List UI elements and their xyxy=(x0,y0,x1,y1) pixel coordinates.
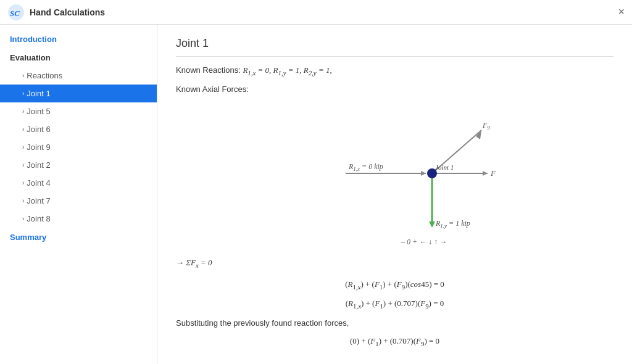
svg-text:F: F xyxy=(490,168,496,178)
joint5-label: Joint 5 xyxy=(27,107,50,116)
svg-text:F9: F9 xyxy=(482,121,490,131)
reactions-label: Reactions xyxy=(27,71,62,80)
known-axial-forces-text: Known Axial Forces: xyxy=(176,83,613,96)
chevron-right-icon-j2: › xyxy=(22,162,24,168)
svg-text:R1,y = 1 kip: R1,y = 1 kip xyxy=(435,219,470,229)
sidebar-item-joint8[interactable]: › Joint 8 xyxy=(0,210,157,228)
known-reactions-values: R1,x = 0, R1,y = 1, R2,y = 1, xyxy=(243,65,331,75)
chevron-right-icon-j9: › xyxy=(22,144,24,151)
sidebar-item-joint9[interactable]: › Joint 9 xyxy=(0,138,157,156)
force-diagram: R1,x = 0 kip F F9 R1,y = 1 kip xyxy=(176,102,613,250)
sidebar-item-joint1[interactable]: › Joint 1 xyxy=(0,85,157,102)
sidebar-item-joint5[interactable]: › Joint 5 xyxy=(0,102,157,120)
joint9-label: Joint 9 xyxy=(27,143,50,152)
close-button[interactable]: × xyxy=(618,6,625,19)
sum-fx-label: → ΣFx = 0 xyxy=(176,257,613,271)
logo-icon: SC xyxy=(7,4,25,21)
chevron-right-icon-j7: › xyxy=(22,197,24,204)
known-reactions-text: Known Reactions: R1,x = 0, R1,y = 1, R2,… xyxy=(176,64,613,78)
header-left: SC Hand Calculations xyxy=(7,4,105,21)
chevron-right-icon-active: › xyxy=(22,90,24,97)
joint8-label: Joint 8 xyxy=(27,214,50,223)
header: SC Hand Calculations × xyxy=(0,0,632,25)
equation-3: (0) + (F1) + (0.707)(F9) = 0 xyxy=(176,335,613,349)
page-title: Joint 1 xyxy=(176,37,613,57)
joint7-label: Joint 7 xyxy=(27,196,50,205)
sidebar-item-joint7[interactable]: › Joint 7 xyxy=(0,192,157,210)
chevron-right-icon-j8: › xyxy=(22,215,24,222)
equation-1: (R1,x) + (F1) + (F9)(cos45) = 0 xyxy=(176,278,613,292)
joint1-label: Joint 1 xyxy=(27,89,50,98)
known-reactions-label: Known Reactions: xyxy=(176,65,243,75)
svg-text:– 0 + ← ↓ ↑ →: – 0 + ← ↓ ↑ → xyxy=(401,238,447,246)
svg-text:SC: SC xyxy=(10,9,20,18)
chevron-right-icon-j6: › xyxy=(22,126,24,133)
content-area: Joint 1 Known Reactions: R1,x = 0, R1,y … xyxy=(157,25,632,364)
sidebar-item-summary[interactable]: Summary xyxy=(0,228,157,247)
svg-marker-6 xyxy=(483,171,488,176)
svg-marker-12 xyxy=(429,221,435,228)
sidebar: Introduction Evaluation › Reactions › Jo… xyxy=(0,25,157,364)
joint4-label: Joint 4 xyxy=(27,178,50,188)
main-layout: Introduction Evaluation › Reactions › Jo… xyxy=(0,25,632,364)
equation-2: (R1,x) + (F1) + (0.707)(F9) = 0 xyxy=(176,297,613,312)
svg-text:Joint 1: Joint 1 xyxy=(435,163,454,171)
svg-marker-3 xyxy=(421,171,426,176)
sidebar-item-reactions[interactable]: › Reactions xyxy=(0,67,157,85)
joint2-label: Joint 2 xyxy=(27,160,50,170)
svg-text:R1,x = 0 kip: R1,x = 0 kip xyxy=(348,162,383,172)
chevron-right-icon-j4: › xyxy=(22,180,24,186)
substituting-text: Substituting the previously found reacti… xyxy=(176,317,613,330)
sidebar-item-joint2[interactable]: › Joint 2 xyxy=(0,156,157,174)
app-title: Hand Calculations xyxy=(30,7,105,17)
sidebar-evaluation-label: Evaluation xyxy=(0,49,157,67)
joint6-label: Joint 6 xyxy=(27,125,50,134)
sidebar-item-joint4[interactable]: › Joint 4 xyxy=(0,174,157,192)
chevron-right-icon: › xyxy=(22,72,24,79)
sidebar-item-joint6[interactable]: › Joint 6 xyxy=(0,120,157,138)
chevron-right-icon-j5: › xyxy=(22,108,24,115)
sidebar-item-introduction[interactable]: Introduction xyxy=(0,30,157,49)
force-diagram-svg: R1,x = 0 kip F F9 R1,y = 1 kip xyxy=(241,105,549,247)
